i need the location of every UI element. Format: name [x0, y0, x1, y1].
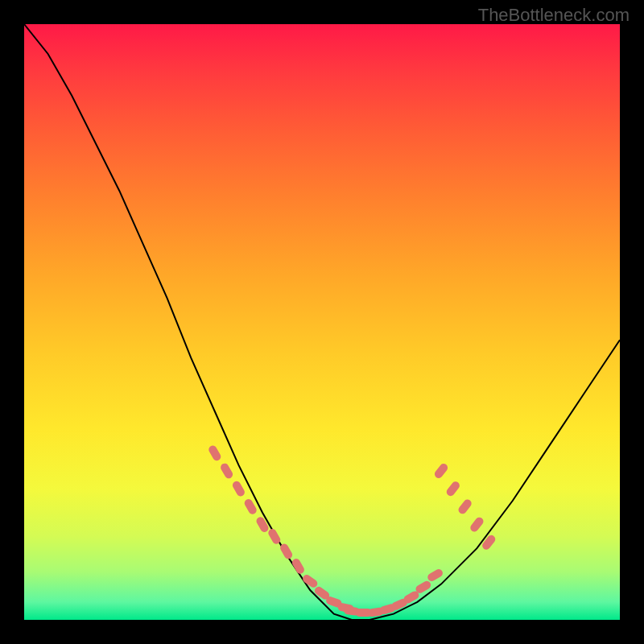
curve-marker	[291, 557, 306, 575]
curve-marker	[255, 515, 270, 533]
curve-marker	[433, 462, 449, 480]
curve-marker	[207, 444, 222, 462]
curve-markers	[207, 444, 497, 617]
curve-marker	[301, 573, 319, 589]
chart-svg	[24, 24, 620, 620]
curve-marker	[219, 462, 234, 480]
curve-marker	[457, 497, 473, 515]
watermark-text: TheBottleneck.com	[478, 5, 630, 26]
curve-marker	[469, 516, 485, 534]
bottleneck-curve-line	[24, 24, 620, 620]
curve-marker	[481, 534, 497, 551]
curve-marker	[231, 480, 246, 497]
chart-plot-area	[24, 24, 620, 620]
curve-marker	[445, 480, 461, 497]
curve-marker	[426, 568, 444, 583]
